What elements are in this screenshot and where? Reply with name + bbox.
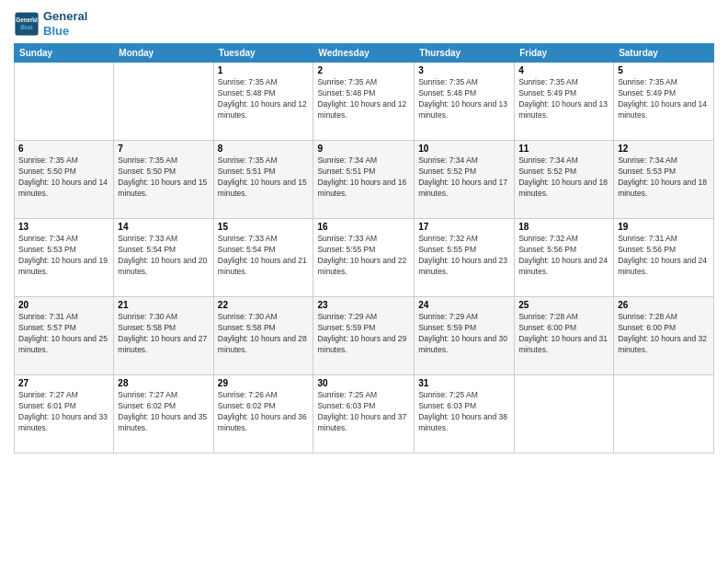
calendar-cell [15, 63, 114, 141]
day-number: 2 [317, 65, 410, 75]
calendar-cell: 7Sunrise: 7:35 AMSunset: 5:50 PMDaylight… [114, 141, 213, 219]
day-info: Sunrise: 7:28 AMSunset: 6:00 PMDaylight:… [618, 312, 710, 356]
calendar-cell: 1Sunrise: 7:35 AMSunset: 5:48 PMDaylight… [213, 63, 313, 141]
day-number: 5 [618, 65, 710, 75]
header: General Blue General Blue [14, 9, 714, 38]
calendar-cell: 22Sunrise: 7:30 AMSunset: 5:58 PMDayligh… [213, 297, 313, 375]
day-number: 19 [618, 222, 710, 232]
week-row-4: 20Sunrise: 7:31 AMSunset: 5:57 PMDayligh… [15, 297, 714, 375]
day-info: Sunrise: 7:27 AMSunset: 6:02 PMDaylight:… [118, 390, 209, 434]
calendar-cell: 3Sunrise: 7:35 AMSunset: 5:48 PMDaylight… [415, 63, 515, 141]
day-number: 21 [118, 300, 209, 310]
day-info: Sunrise: 7:34 AMSunset: 5:53 PMDaylight:… [618, 155, 710, 200]
calendar-cell: 10Sunrise: 7:34 AMSunset: 5:52 PMDayligh… [415, 141, 515, 219]
day-info: Sunrise: 7:31 AMSunset: 5:57 PMDaylight:… [18, 312, 109, 356]
day-number: 6 [18, 144, 109, 154]
day-info: Sunrise: 7:25 AMSunset: 6:03 PMDaylight:… [317, 390, 410, 434]
day-info: Sunrise: 7:30 AMSunset: 5:58 PMDaylight:… [218, 312, 310, 356]
day-number: 3 [418, 65, 510, 75]
day-number: 20 [18, 300, 109, 310]
day-info: Sunrise: 7:35 AMSunset: 5:51 PMDaylight:… [218, 155, 310, 200]
day-number: 16 [317, 222, 410, 232]
calendar-cell: 13Sunrise: 7:34 AMSunset: 5:53 PMDayligh… [15, 219, 114, 297]
week-row-1: 1Sunrise: 7:35 AMSunset: 5:48 PMDaylight… [15, 63, 714, 141]
day-number: 24 [418, 300, 510, 310]
weekday-header-thursday: Thursday [415, 44, 515, 63]
weekday-header-row: SundayMondayTuesdayWednesdayThursdayFrid… [15, 44, 714, 63]
calendar-cell: 15Sunrise: 7:33 AMSunset: 5:54 PMDayligh… [213, 219, 313, 297]
calendar-cell: 24Sunrise: 7:29 AMSunset: 5:59 PMDayligh… [415, 297, 515, 375]
calendar-cell: 31Sunrise: 7:25 AMSunset: 6:03 PMDayligh… [415, 375, 515, 454]
day-info: Sunrise: 7:28 AMSunset: 6:00 PMDaylight:… [518, 312, 609, 356]
day-info: Sunrise: 7:26 AMSunset: 6:02 PMDaylight:… [218, 390, 310, 434]
day-info: Sunrise: 7:29 AMSunset: 5:59 PMDaylight:… [418, 312, 510, 356]
day-info: Sunrise: 7:31 AMSunset: 5:56 PMDaylight:… [618, 234, 710, 278]
day-info: Sunrise: 7:35 AMSunset: 5:50 PMDaylight:… [118, 155, 209, 200]
logo: General Blue General Blue [14, 9, 87, 38]
day-number: 10 [418, 144, 510, 154]
weekday-header-wednesday: Wednesday [313, 44, 415, 63]
day-info: Sunrise: 7:34 AMSunset: 5:51 PMDaylight:… [317, 155, 410, 200]
weekday-header-sunday: Sunday [15, 44, 114, 63]
day-info: Sunrise: 7:29 AMSunset: 5:59 PMDaylight:… [317, 312, 410, 356]
calendar-cell: 5Sunrise: 7:35 AMSunset: 5:49 PMDaylight… [614, 63, 714, 141]
calendar-cell: 26Sunrise: 7:28 AMSunset: 6:00 PMDayligh… [614, 297, 714, 375]
calendar-cell: 18Sunrise: 7:32 AMSunset: 5:56 PMDayligh… [515, 219, 614, 297]
day-info: Sunrise: 7:33 AMSunset: 5:54 PMDaylight:… [218, 234, 310, 278]
calendar-cell: 12Sunrise: 7:34 AMSunset: 5:53 PMDayligh… [614, 141, 714, 219]
week-row-2: 6Sunrise: 7:35 AMSunset: 5:50 PMDaylight… [15, 141, 714, 219]
calendar-cell: 6Sunrise: 7:35 AMSunset: 5:50 PMDaylight… [15, 141, 114, 219]
day-info: Sunrise: 7:34 AMSunset: 5:53 PMDaylight:… [18, 234, 109, 278]
day-number: 13 [18, 222, 109, 232]
day-info: Sunrise: 7:35 AMSunset: 5:48 PMDaylight:… [218, 77, 310, 121]
day-info: Sunrise: 7:35 AMSunset: 5:49 PMDaylight:… [618, 77, 710, 121]
week-row-3: 13Sunrise: 7:34 AMSunset: 5:53 PMDayligh… [15, 219, 714, 297]
day-number: 28 [118, 378, 209, 388]
weekday-header-monday: Monday [114, 44, 213, 63]
day-info: Sunrise: 7:33 AMSunset: 5:54 PMDaylight:… [118, 234, 209, 278]
day-number: 30 [317, 378, 410, 388]
calendar-cell: 25Sunrise: 7:28 AMSunset: 6:00 PMDayligh… [515, 297, 614, 375]
day-number: 23 [317, 300, 410, 310]
calendar-cell: 17Sunrise: 7:32 AMSunset: 5:55 PMDayligh… [415, 219, 515, 297]
calendar-cell: 2Sunrise: 7:35 AMSunset: 5:48 PMDaylight… [313, 63, 415, 141]
svg-text:Blue: Blue [20, 23, 33, 29]
week-row-5: 27Sunrise: 7:27 AMSunset: 6:01 PMDayligh… [15, 375, 714, 454]
calendar-cell: 4Sunrise: 7:35 AMSunset: 5:49 PMDaylight… [515, 63, 614, 141]
day-number: 14 [118, 222, 209, 232]
day-info: Sunrise: 7:35 AMSunset: 5:49 PMDaylight:… [518, 77, 609, 121]
day-number: 1 [218, 65, 310, 75]
day-number: 8 [218, 144, 310, 154]
weekday-header-friday: Friday [515, 44, 614, 63]
calendar-cell: 8Sunrise: 7:35 AMSunset: 5:51 PMDaylight… [213, 141, 313, 219]
calendar-cell: 16Sunrise: 7:33 AMSunset: 5:55 PMDayligh… [313, 219, 415, 297]
day-number: 11 [518, 144, 609, 154]
calendar-cell: 28Sunrise: 7:27 AMSunset: 6:02 PMDayligh… [114, 375, 213, 454]
calendar-cell [515, 375, 614, 454]
day-info: Sunrise: 7:30 AMSunset: 5:58 PMDaylight:… [118, 312, 209, 356]
logo-icon: General Blue [14, 11, 40, 37]
logo-text: General Blue [43, 9, 87, 38]
day-number: 17 [418, 222, 510, 232]
day-info: Sunrise: 7:34 AMSunset: 5:52 PMDaylight:… [518, 155, 609, 200]
calendar-cell: 20Sunrise: 7:31 AMSunset: 5:57 PMDayligh… [15, 297, 114, 375]
day-info: Sunrise: 7:35 AMSunset: 5:48 PMDaylight:… [317, 77, 410, 121]
calendar-page: General Blue General Blue SundayMondayTu… [0, 0, 728, 563]
day-number: 22 [218, 300, 310, 310]
calendar-cell: 23Sunrise: 7:29 AMSunset: 5:59 PMDayligh… [313, 297, 415, 375]
calendar-cell: 21Sunrise: 7:30 AMSunset: 5:58 PMDayligh… [114, 297, 213, 375]
calendar-cell: 9Sunrise: 7:34 AMSunset: 5:51 PMDaylight… [313, 141, 415, 219]
calendar-cell: 29Sunrise: 7:26 AMSunset: 6:02 PMDayligh… [213, 375, 313, 454]
day-number: 31 [418, 378, 510, 388]
weekday-header-tuesday: Tuesday [213, 44, 313, 63]
day-number: 12 [618, 144, 710, 154]
calendar-cell [614, 375, 714, 454]
day-number: 27 [18, 378, 109, 388]
calendar-table: SundayMondayTuesdayWednesdayThursdayFrid… [14, 43, 714, 454]
day-info: Sunrise: 7:33 AMSunset: 5:55 PMDaylight:… [317, 234, 410, 278]
day-info: Sunrise: 7:25 AMSunset: 6:03 PMDaylight:… [418, 390, 510, 434]
day-number: 7 [118, 144, 209, 154]
calendar-cell: 19Sunrise: 7:31 AMSunset: 5:56 PMDayligh… [614, 219, 714, 297]
calendar-cell: 27Sunrise: 7:27 AMSunset: 6:01 PMDayligh… [15, 375, 114, 454]
day-info: Sunrise: 7:35 AMSunset: 5:50 PMDaylight:… [18, 155, 109, 200]
